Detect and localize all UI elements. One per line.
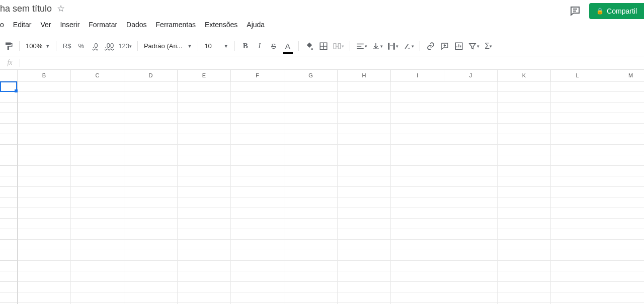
cell[interactable] bbox=[391, 282, 444, 292]
zoom-select[interactable]: 100% ▼ bbox=[24, 42, 52, 50]
cell[interactable] bbox=[18, 271, 71, 282]
row-header[interactable] bbox=[0, 250, 18, 261]
cell[interactable] bbox=[444, 271, 498, 282]
cell[interactable] bbox=[18, 208, 71, 219]
cell[interactable] bbox=[444, 81, 498, 92]
row-header[interactable] bbox=[0, 145, 18, 155]
cell[interactable] bbox=[18, 176, 71, 187]
cell[interactable] bbox=[604, 229, 644, 240]
cell[interactable] bbox=[18, 124, 71, 134]
cell[interactable] bbox=[338, 81, 391, 92]
cell[interactable] bbox=[124, 261, 178, 271]
cell[interactable] bbox=[71, 92, 124, 103]
paint-format-icon[interactable] bbox=[2, 40, 15, 53]
column-header[interactable]: G bbox=[284, 70, 338, 81]
cell[interactable] bbox=[604, 261, 644, 271]
cell[interactable] bbox=[338, 240, 391, 250]
menu-extensoes[interactable]: Extensões bbox=[201, 19, 242, 31]
cell[interactable] bbox=[551, 103, 604, 113]
cell[interactable] bbox=[124, 113, 178, 124]
doc-title[interactable]: ha sem título bbox=[0, 4, 52, 14]
cell[interactable] bbox=[338, 187, 391, 197]
cell[interactable] bbox=[124, 240, 178, 250]
cell[interactable] bbox=[498, 229, 551, 240]
cell[interactable] bbox=[284, 187, 338, 197]
cell[interactable] bbox=[231, 208, 284, 219]
cell[interactable] bbox=[338, 208, 391, 219]
share-button[interactable]: 🔒 Compartil bbox=[589, 3, 644, 19]
cell[interactable] bbox=[338, 176, 391, 187]
cell[interactable] bbox=[178, 219, 231, 229]
cell[interactable] bbox=[391, 271, 444, 282]
cell[interactable] bbox=[338, 145, 391, 155]
cell[interactable] bbox=[71, 208, 124, 219]
cell[interactable] bbox=[284, 134, 338, 145]
cell[interactable] bbox=[71, 145, 124, 155]
cell[interactable] bbox=[338, 113, 391, 124]
cell[interactable] bbox=[18, 250, 71, 261]
cell[interactable] bbox=[124, 282, 178, 292]
cell[interactable] bbox=[444, 240, 498, 250]
cell[interactable] bbox=[178, 113, 231, 124]
cell[interactable] bbox=[71, 134, 124, 145]
text-wrap-icon[interactable]: ▾ bbox=[385, 40, 400, 53]
row-header[interactable] bbox=[0, 187, 18, 197]
cell[interactable] bbox=[178, 124, 231, 134]
cell[interactable] bbox=[18, 240, 71, 250]
cell[interactable] bbox=[178, 197, 231, 208]
cell[interactable] bbox=[178, 292, 231, 303]
cell[interactable] bbox=[231, 187, 284, 197]
cell[interactable] bbox=[18, 92, 71, 103]
cell[interactable] bbox=[231, 250, 284, 261]
cell[interactable] bbox=[498, 103, 551, 113]
borders-icon[interactable] bbox=[317, 40, 330, 53]
cell[interactable] bbox=[284, 81, 338, 92]
cell[interactable] bbox=[71, 113, 124, 124]
cell[interactable] bbox=[124, 124, 178, 134]
cell[interactable] bbox=[71, 103, 124, 113]
row-header[interactable] bbox=[0, 155, 18, 166]
cell[interactable] bbox=[498, 271, 551, 282]
cell[interactable] bbox=[338, 166, 391, 176]
italic-button[interactable]: I bbox=[253, 40, 266, 53]
currency-button[interactable]: R$ bbox=[60, 40, 73, 53]
cell[interactable] bbox=[498, 134, 551, 145]
row-header[interactable] bbox=[0, 219, 18, 229]
cell[interactable] bbox=[124, 208, 178, 219]
cell[interactable] bbox=[551, 187, 604, 197]
cell[interactable] bbox=[604, 197, 644, 208]
cell[interactable] bbox=[284, 124, 338, 134]
cell[interactable] bbox=[551, 92, 604, 103]
cell[interactable] bbox=[604, 155, 644, 166]
cell[interactable] bbox=[71, 187, 124, 197]
column-header[interactable]: D bbox=[124, 70, 178, 81]
cell[interactable] bbox=[178, 176, 231, 187]
cell[interactable] bbox=[444, 155, 498, 166]
insert-chart-icon[interactable] bbox=[452, 40, 465, 53]
cell[interactable] bbox=[124, 92, 178, 103]
cell[interactable] bbox=[71, 176, 124, 187]
cell[interactable] bbox=[231, 197, 284, 208]
cell[interactable] bbox=[178, 103, 231, 113]
cell[interactable] bbox=[231, 271, 284, 282]
cell[interactable] bbox=[498, 155, 551, 166]
cell[interactable] bbox=[444, 103, 498, 113]
cell[interactable] bbox=[338, 261, 391, 271]
cell[interactable] bbox=[551, 197, 604, 208]
cell[interactable] bbox=[124, 250, 178, 261]
cell[interactable] bbox=[124, 187, 178, 197]
cell[interactable] bbox=[391, 208, 444, 219]
cell[interactable] bbox=[551, 134, 604, 145]
cell[interactable] bbox=[338, 103, 391, 113]
cell[interactable] bbox=[551, 81, 604, 92]
menu-ajuda[interactable]: Ajuda bbox=[243, 19, 269, 31]
menu-editar[interactable]: Editar bbox=[9, 19, 36, 31]
cell[interactable] bbox=[551, 229, 604, 240]
cell[interactable] bbox=[284, 250, 338, 261]
column-header[interactable]: M bbox=[604, 70, 644, 81]
cell[interactable] bbox=[231, 166, 284, 176]
cell[interactable] bbox=[71, 240, 124, 250]
cell[interactable] bbox=[231, 176, 284, 187]
cell[interactable] bbox=[551, 166, 604, 176]
cell[interactable] bbox=[231, 145, 284, 155]
